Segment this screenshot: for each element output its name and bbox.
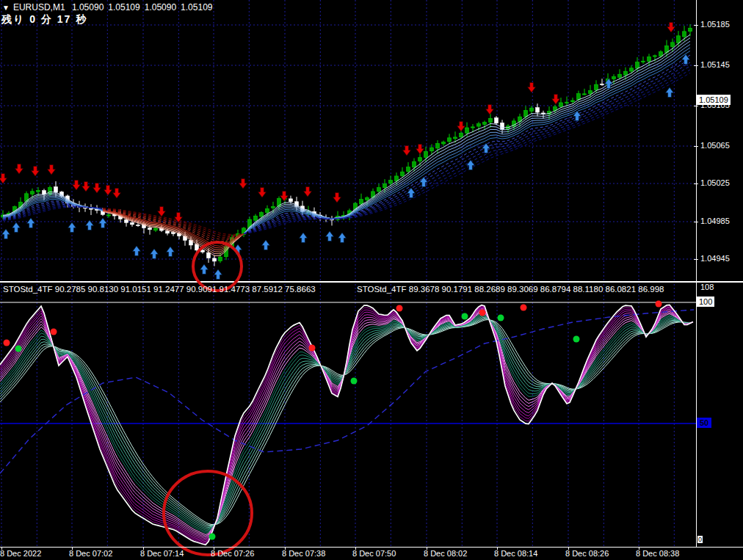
candle-body <box>530 108 534 111</box>
ma-ribbon-line <box>244 34 690 233</box>
panel-separator[interactable] <box>0 281 743 283</box>
candle-body <box>648 57 651 61</box>
candle-body <box>413 161 416 167</box>
buy-arrow-icon <box>2 229 10 239</box>
sell-arrow-icon <box>15 164 23 175</box>
candle-body <box>501 123 504 129</box>
sell-arrow-icon <box>528 83 536 93</box>
current-price-box: 1.05109 <box>697 95 731 105</box>
sell-arrow-icon <box>552 95 560 105</box>
ma-ribbon-line <box>244 73 690 233</box>
ma-ribbon-line <box>244 70 690 234</box>
sell-arrow-icon <box>93 183 101 194</box>
buy-arrow-icon <box>12 222 21 233</box>
quote-open: 1.05090 <box>72 2 104 12</box>
time-label: 8 Dec 07:14 <box>140 549 184 558</box>
sell-arrow-icon <box>486 105 494 115</box>
candle-body <box>577 94 581 100</box>
chart-dropdown-icon[interactable]: ▼ <box>2 4 10 12</box>
candle-body <box>201 250 205 252</box>
candle-body <box>524 110 528 117</box>
buy-arrow-icon <box>262 240 270 250</box>
buy-arrow-icon <box>214 269 222 280</box>
buy-arrow-icon <box>338 233 347 243</box>
buy-arrow-icon <box>151 249 159 259</box>
candle-body <box>383 183 387 187</box>
candle-countdown-timer: 残り 0 分 17 秒 <box>1 13 87 26</box>
sell-arrow-icon <box>457 122 465 132</box>
candle-body <box>131 222 134 225</box>
ma-ribbon-line <box>244 66 690 234</box>
candle-body <box>272 206 275 208</box>
buy-arrow-icon <box>200 264 209 274</box>
candle-body <box>465 128 469 133</box>
sell-arrow-icon <box>403 146 411 156</box>
price-axis[interactable]: 1.051851.051451.051051.050651.050251.049… <box>696 0 743 547</box>
price-tick <box>694 65 698 66</box>
candle-body <box>401 172 405 175</box>
candle-body <box>389 181 393 183</box>
candle-body <box>436 143 440 148</box>
candle-body <box>583 94 587 95</box>
candle-body <box>148 228 152 230</box>
candle-body <box>107 215 111 216</box>
price-grid-label: 1.05185 <box>700 20 730 29</box>
sell-dot <box>4 340 10 346</box>
buy-arrow-icon <box>133 246 141 256</box>
stochastic-ribbon-line <box>0 317 693 527</box>
stochastic-ribbon-line <box>0 315 693 530</box>
candle-body <box>430 148 434 151</box>
indicator-scale-max: 108 <box>700 283 714 291</box>
price-tick <box>694 183 698 184</box>
candle-body <box>154 228 158 230</box>
price-tick <box>694 106 698 106</box>
candle-body <box>589 90 592 93</box>
sell-arrow-icon <box>304 187 312 197</box>
candle-body <box>260 213 264 217</box>
price-grid-label: 1.04945 <box>700 254 730 263</box>
buy-arrow-icon <box>300 233 308 243</box>
stochastic-ribbon-line <box>0 316 693 529</box>
time-label: 8 Dec 08:38 <box>636 549 679 558</box>
candle-body <box>642 61 645 62</box>
candle-body <box>636 62 639 68</box>
candle-body <box>54 187 58 192</box>
buy-arrow-icon <box>573 111 581 121</box>
price-grid-label: 1.05025 <box>700 178 730 187</box>
sell-arrow-icon <box>0 174 7 184</box>
stochastic-values-right: STOStd_4TF 89.3678 90.1791 88.2689 89.30… <box>357 285 664 294</box>
candle-body <box>454 137 457 139</box>
sell-dot <box>309 345 316 352</box>
time-label: 8 Dec 07:38 <box>282 549 325 558</box>
candle-body <box>595 84 598 90</box>
buy-arrow-icon <box>467 160 475 170</box>
sell-arrow-icon <box>158 207 166 217</box>
candle-body <box>172 233 175 234</box>
buy-arrow-icon <box>167 247 175 257</box>
sell-dot <box>396 305 403 312</box>
mt4-chart-window: ▼EURUSD,M1 1.050901.051091.050901.05109 … <box>0 0 743 560</box>
candle-body <box>483 123 487 125</box>
sell-arrow-icon <box>333 193 341 203</box>
indicator-level-100-label: 100 <box>697 297 714 307</box>
buy-dot <box>15 346 22 352</box>
buy-arrow-icon <box>234 244 242 255</box>
candle-body <box>407 167 410 172</box>
time-label: 8 Dec 07:50 <box>352 549 396 558</box>
candle-body <box>207 252 211 258</box>
sell-dot <box>51 329 57 335</box>
candle-body <box>471 127 475 128</box>
time-axis[interactable]: 8 Dec 20228 Dec 07:028 Dec 07:148 Dec 07… <box>0 547 743 560</box>
candle-body <box>536 108 540 112</box>
price-chart-panel[interactable] <box>0 0 696 281</box>
buy-dot <box>573 336 580 343</box>
symbol-quote-line: ▼EURUSD,M1 1.050901.051091.050901.05109 <box>2 2 217 12</box>
candle-body <box>683 32 686 37</box>
candle-body <box>366 197 369 200</box>
price-grid-label: 1.05145 <box>700 60 730 69</box>
candle-body <box>418 158 422 161</box>
stochastic-indicator-panel[interactable] <box>0 284 696 547</box>
candle-body <box>213 258 217 261</box>
candle-body <box>219 257 222 261</box>
sell-arrow-icon <box>104 186 112 196</box>
